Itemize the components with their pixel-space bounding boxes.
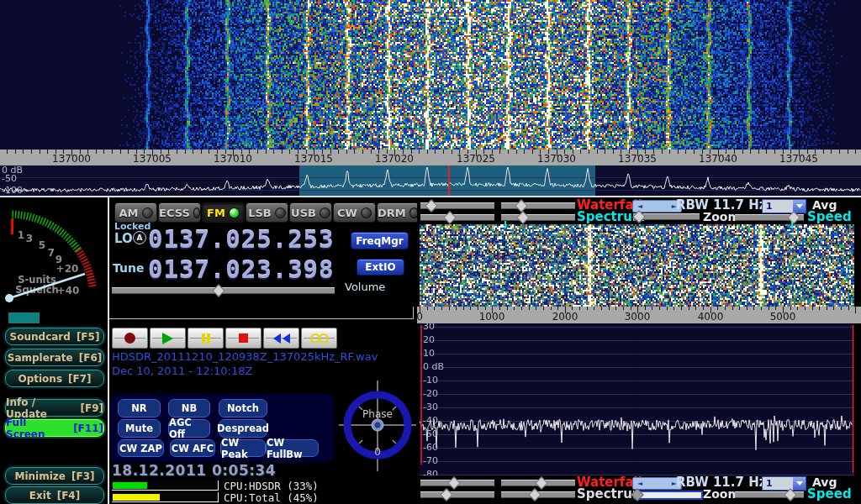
speed-slider[interactable] [735,214,804,221]
notch-button[interactable]: Notch [219,399,267,417]
af-db-label: -80 [423,469,438,475]
mode-led [229,207,240,218]
lo-frequency-display[interactable]: 0137.025.253 [148,225,335,254]
freqmgr-button[interactable]: FreqMgr [351,232,409,249]
avg-dropdown[interactable]: 1 [762,476,806,491]
cw-peak-button[interactable]: CW Peak [220,439,266,457]
af-spectrum-canvas [420,323,854,475]
play-button[interactable] [150,328,186,349]
rf-waterfall-canvas[interactable] [0,0,861,150]
waterfall-brightness-slider[interactable] [420,480,494,486]
cpu-total-bar [112,492,219,502]
spectrum-brightness-slider[interactable] [420,214,494,221]
mode-am-button[interactable]: AM [114,202,157,223]
nb-button[interactable]: NB [168,399,210,417]
mode-fm-button[interactable]: FM [202,202,245,223]
dropdown-arrow-icon[interactable] [793,477,806,490]
spectrum-contrast-slider[interactable] [501,214,575,221]
waterfall-brightness-slider[interactable] [420,202,494,209]
zoom-slider[interactable] [634,213,700,220]
record-icon [124,333,135,344]
control-area: 1 3 5 7 9 +20 +40 S-units Squelch Soundc… [0,197,861,504]
rf-frequency-scale[interactable]: 1370001370051370101370151370201370251370… [0,150,861,165]
af-scale-label: 5000 [770,311,796,323]
cw-zap-button[interactable]: CW ZAP [118,439,164,457]
avg-dropdown[interactable]: 1 [762,199,806,213]
lock-a-button[interactable]: A [133,231,146,244]
extio-button[interactable]: ExtIO [357,259,404,276]
pause-button[interactable] [188,328,224,349]
squelch-slider[interactable] [8,312,40,323]
button-key: [F6] [79,352,103,364]
spectrum-brightness-slider[interactable] [420,491,494,498]
rf-spectrum[interactable]: 0 dB -50 -100 [0,165,861,197]
slider-thumb[interactable] [517,211,531,224]
button-label: Minimize [15,470,66,482]
slider-thumb[interactable] [536,476,549,490]
smeter-label: 1 [18,229,24,241]
button-label: Options [18,373,62,385]
mute-button[interactable]: Mute [118,419,161,438]
speed-slider[interactable] [735,491,804,498]
stop-icon [239,333,248,343]
mode-led [275,207,286,218]
slider-thumb[interactable] [515,199,528,213]
af-waterfall[interactable] [420,224,854,307]
slider-thumb[interactable] [528,488,541,501]
mode-drm-button[interactable]: DRM [377,202,420,223]
record-button[interactable] [112,328,148,349]
rf-waterfall[interactable] [0,0,861,150]
minimize-button[interactable]: Minimize[F3] [5,467,104,485]
af-waterfall-canvas[interactable] [420,224,854,307]
despread-button[interactable]: Despread [219,419,267,438]
slider-thumb[interactable] [212,284,225,297]
slider-thumb[interactable] [425,199,438,213]
cpu-total-text: CPU:Total (45%) [224,491,319,504]
spectrum-contrast-slider[interactable] [501,491,575,498]
button-key: [F5] [77,331,100,343]
phase-dial[interactable]: Phase 0 [339,381,416,476]
samplerate-button[interactable]: Samplerate[F6] [5,349,104,366]
cw-afc-button[interactable]: CW AFC [170,439,215,457]
zoom-slider[interactable] [634,491,703,500]
mode-cw-button[interactable]: CW [333,202,376,223]
agc-off-button[interactable]: AGC Off [168,419,210,438]
volume-slider[interactable] [112,287,335,294]
rewind-button[interactable] [263,328,299,349]
mode-ecss-button[interactable]: ECSS [158,202,201,223]
tune-label: Tune [113,261,144,275]
rf-scale-label: 137000 [52,153,91,165]
cw-fullbw-button[interactable]: CW FullBw [266,439,319,457]
rf-scale-label: 137010 [214,153,252,165]
mode-led [193,207,200,218]
slider-thumb[interactable] [440,488,453,501]
mode-lsb-button[interactable]: LSB [246,202,288,223]
af-spectrum[interactable]: 3020100 dB-10-20-30-40-50-60-70-80 [420,323,854,475]
mode-usb-button[interactable]: USB [289,202,332,223]
pause-icon [202,333,205,344]
slider-thumb[interactable] [443,211,457,224]
nr-button[interactable]: NR [118,399,161,417]
db-label: -100 [2,185,23,196]
stop-button[interactable] [225,328,261,349]
waterfall-contrast-slider[interactable] [501,480,575,486]
exit-button[interactable]: Exit[F4] [5,486,104,504]
tune-frequency-display[interactable]: 0137.023.398 [148,255,335,284]
dropdown-arrow-icon[interactable] [793,200,806,213]
info-update-button[interactable]: Info / Update[F9] [5,399,104,417]
soundcard-button[interactable]: Soundcard[F5] [5,328,104,345]
button-key: [F11] [73,423,103,434]
waterfall-contrast-slider[interactable] [501,202,575,209]
options-button[interactable]: Options[F7] [5,370,104,387]
af-frequency-scale[interactable]: 010002000300040005000 [417,307,861,323]
loop-button[interactable] [301,328,337,349]
mode-led [320,207,330,218]
af-db-label: -50 [423,428,438,439]
full-screen-button[interactable]: Full Screen[F11] [5,419,104,437]
mode-label: ECSS [159,207,190,219]
button-key: [F7] [68,373,92,385]
mode-label: DRM [378,207,406,219]
slider-thumb[interactable] [447,476,461,490]
tune-marker [448,165,450,196]
middle-panel: AM ECSS FM LSB USB CW DRM Locked LO A 01… [109,197,417,504]
